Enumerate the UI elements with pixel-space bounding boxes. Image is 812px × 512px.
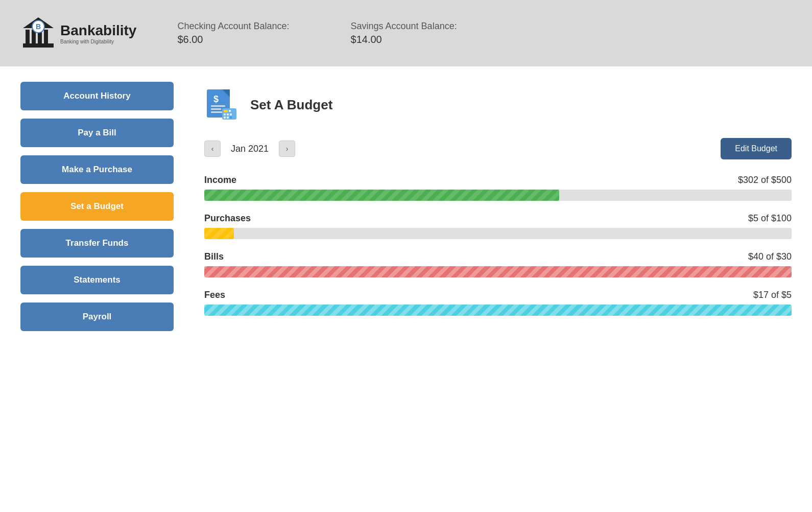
checking-account-value: $6.00: [177, 34, 289, 45]
fees-section: Fees $17 of $5: [204, 290, 792, 316]
purchases-label: Purchases: [204, 213, 251, 224]
logo-name: Bankability: [60, 22, 136, 39]
svg-rect-15: [224, 110, 228, 112]
svg-rect-18: [227, 113, 229, 115]
fees-row-header: Fees $17 of $5: [204, 290, 792, 300]
logo-tagline: Banking with Digitability: [60, 39, 136, 44]
budget-header: $ Set A Budget: [204, 87, 792, 123]
svg-rect-4: [44, 30, 48, 43]
edit-budget-button[interactable]: Edit Budget: [721, 138, 792, 159]
checking-account-block: Checking Account Balance: $6.00: [177, 21, 289, 45]
fees-progress-fill: [204, 305, 792, 316]
svg-text:$: $: [213, 94, 219, 104]
purchases-progress-track: [204, 228, 792, 239]
fees-progress-track: [204, 305, 792, 316]
svg-rect-17: [224, 113, 226, 115]
sidebar-item-pay-a-bill[interactable]: Pay a Bill: [20, 119, 174, 147]
sidebar-item-payroll[interactable]: Payroll: [20, 302, 174, 331]
month-navigation: ‹ Jan 2021 › Edit Budget: [204, 138, 792, 159]
bills-value: $40 of $30: [748, 251, 792, 262]
income-value: $302 of $500: [738, 175, 792, 185]
income-progress-track: [204, 190, 792, 201]
sidebar: Account History Pay a Bill Make a Purcha…: [20, 82, 174, 331]
savings-account-value: $14.00: [351, 34, 457, 45]
svg-rect-1: [26, 30, 30, 43]
svg-rect-12: [211, 108, 221, 110]
bank-logo-icon: B: [20, 15, 56, 51]
sidebar-item-set-a-budget[interactable]: Set a Budget: [20, 192, 174, 221]
svg-rect-19: [230, 113, 232, 115]
main-content: $ Set A Budget ‹ Jan 2: [204, 82, 792, 331]
bills-section: Bills $40 of $30: [204, 251, 792, 277]
bills-progress-track: [204, 266, 792, 277]
main-layout: Account History Pay a Bill Make a Purcha…: [0, 66, 812, 346]
sidebar-item-statements[interactable]: Statements: [20, 266, 174, 294]
bills-progress-fill: [204, 266, 792, 277]
bills-row-header: Bills $40 of $30: [204, 251, 792, 262]
svg-text:B: B: [36, 22, 41, 31]
savings-account-label: Savings Account Balance:: [351, 21, 457, 32]
app-header: B Bankability Banking with Digitability …: [0, 0, 812, 66]
income-row-header: Income $302 of $500: [204, 175, 792, 185]
income-progress-fill: [204, 190, 559, 201]
sidebar-item-account-history[interactable]: Account History: [20, 82, 174, 110]
fees-label: Fees: [204, 290, 225, 300]
sidebar-item-make-a-purchase[interactable]: Make a Purchase: [20, 155, 174, 184]
svg-rect-13: [211, 111, 223, 113]
bills-label: Bills: [204, 251, 224, 262]
fees-value: $17 of $5: [753, 290, 792, 300]
logo-text: Bankability Banking with Digitability: [60, 22, 136, 44]
sidebar-item-transfer-funds[interactable]: Transfer Funds: [20, 229, 174, 258]
purchases-section: Purchases $5 of $100: [204, 213, 792, 239]
svg-rect-0: [23, 43, 54, 48]
purchases-row-header: Purchases $5 of $100: [204, 213, 792, 224]
month-nav-left: ‹ Jan 2021 ›: [204, 141, 295, 157]
svg-rect-21: [227, 117, 229, 119]
account-info: Checking Account Balance: $6.00 Savings …: [177, 21, 457, 45]
svg-rect-22: [230, 117, 232, 119]
income-label: Income: [204, 175, 236, 185]
svg-rect-16: [229, 110, 231, 112]
logo-area: B Bankability Banking with Digitability: [20, 15, 136, 51]
income-section: Income $302 of $500: [204, 175, 792, 201]
svg-rect-11: [211, 105, 225, 107]
budget-icon: $: [204, 87, 240, 123]
purchases-progress-fill: [204, 228, 234, 239]
next-month-button[interactable]: ›: [279, 141, 295, 157]
budget-title: Set A Budget: [250, 97, 332, 113]
prev-month-button[interactable]: ‹: [204, 141, 221, 157]
checking-account-label: Checking Account Balance:: [177, 21, 289, 32]
purchases-value: $5 of $100: [748, 213, 792, 224]
svg-rect-20: [224, 117, 226, 119]
savings-account-block: Savings Account Balance: $14.00: [351, 21, 457, 45]
month-label: Jan 2021: [223, 142, 277, 156]
